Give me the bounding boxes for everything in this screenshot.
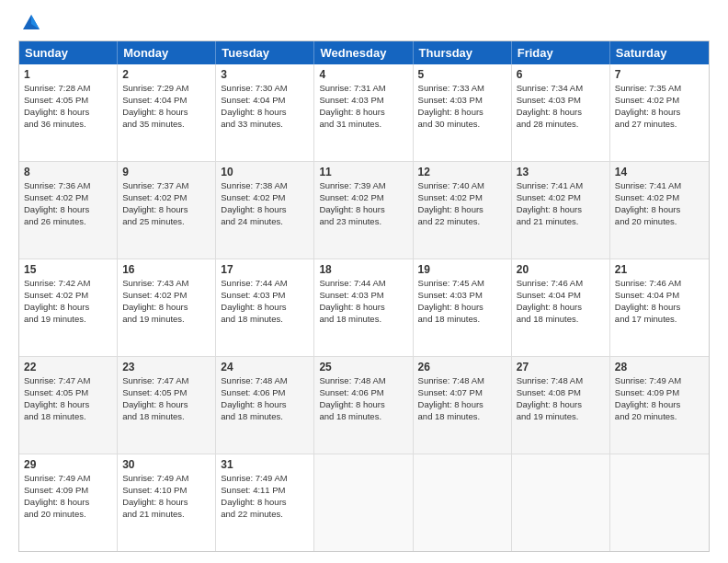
day-info-line: Daylight: 8 hours bbox=[221, 107, 286, 117]
weekday-header: Sunday bbox=[19, 41, 118, 64]
calendar-day: 30Sunrise: 7:49 AMSunset: 4:10 PMDayligh… bbox=[118, 454, 216, 551]
day-info-line: and 19 minutes. bbox=[24, 314, 86, 324]
day-info-line: and 18 minutes. bbox=[221, 314, 283, 324]
day-info-line: Daylight: 8 hours bbox=[221, 399, 286, 409]
day-info-line: Sunrise: 7:33 AM bbox=[418, 83, 484, 93]
day-info-line: and 28 minutes. bbox=[517, 119, 579, 129]
weekday-header: Saturday bbox=[610, 41, 709, 64]
calendar-day: 11Sunrise: 7:39 AMSunset: 4:02 PMDayligh… bbox=[314, 162, 413, 259]
day-info-line: Sunset: 4:07 PM bbox=[418, 387, 483, 397]
calendar-empty bbox=[512, 454, 610, 551]
day-info-line: Sunrise: 7:47 AM bbox=[122, 375, 188, 385]
calendar-day: 18Sunrise: 7:44 AMSunset: 4:03 PMDayligh… bbox=[314, 259, 413, 356]
day-number: 5 bbox=[418, 67, 506, 82]
day-info-line: Sunset: 4:03 PM bbox=[221, 290, 285, 300]
calendar-header: SundayMondayTuesdayWednesdayThursdayFrid… bbox=[19, 41, 709, 64]
day-info-line: Daylight: 8 hours bbox=[615, 107, 680, 117]
day-number: 22 bbox=[24, 360, 112, 374]
calendar-day: 19Sunrise: 7:45 AMSunset: 4:03 PMDayligh… bbox=[414, 259, 512, 356]
calendar-day: 6Sunrise: 7:34 AMSunset: 4:03 PMDaylight… bbox=[512, 64, 610, 161]
day-info-line: and 22 minutes. bbox=[221, 509, 283, 519]
day-info-line: Sunrise: 7:28 AM bbox=[24, 83, 90, 93]
calendar-day: 3Sunrise: 7:30 AMSunset: 4:04 PMDaylight… bbox=[216, 64, 314, 161]
day-number: 16 bbox=[122, 262, 210, 277]
day-info-line: Sunset: 4:02 PM bbox=[24, 290, 88, 300]
day-info-line: Daylight: 8 hours bbox=[517, 302, 582, 312]
day-info-line: Daylight: 8 hours bbox=[221, 302, 286, 312]
day-info-line: Daylight: 8 hours bbox=[221, 204, 286, 214]
day-info-line: and 21 minutes. bbox=[517, 216, 579, 226]
day-info-line: Sunset: 4:06 PM bbox=[319, 387, 383, 397]
day-info-line: Sunset: 4:02 PM bbox=[615, 192, 679, 202]
calendar-day: 31Sunrise: 7:49 AMSunset: 4:11 PMDayligh… bbox=[216, 454, 314, 551]
calendar: SundayMondayTuesdayWednesdayThursdayFrid… bbox=[18, 40, 710, 552]
calendar-week-row: 8Sunrise: 7:36 AMSunset: 4:02 PMDaylight… bbox=[19, 161, 709, 259]
day-info-line: Daylight: 8 hours bbox=[122, 204, 188, 214]
day-info-line: and 24 minutes. bbox=[221, 216, 283, 226]
day-number: 12 bbox=[418, 165, 506, 179]
day-info-line: and 31 minutes. bbox=[319, 119, 381, 129]
logo-icon bbox=[21, 13, 41, 33]
calendar-empty bbox=[314, 454, 413, 551]
day-number: 18 bbox=[319, 262, 407, 277]
calendar-day: 1Sunrise: 7:28 AMSunset: 4:05 PMDaylight… bbox=[19, 64, 118, 161]
page: SundayMondayTuesdayWednesdayThursdayFrid… bbox=[0, 0, 728, 563]
day-info-line: Sunset: 4:04 PM bbox=[221, 95, 285, 105]
calendar-day: 25Sunrise: 7:48 AMSunset: 4:06 PMDayligh… bbox=[314, 357, 413, 454]
calendar-day: 12Sunrise: 7:40 AMSunset: 4:02 PMDayligh… bbox=[414, 162, 512, 259]
day-number: 28 bbox=[615, 360, 704, 374]
day-info-line: Sunrise: 7:49 AM bbox=[221, 473, 287, 483]
day-info-line: Daylight: 8 hours bbox=[615, 204, 680, 214]
calendar-day: 13Sunrise: 7:41 AMSunset: 4:02 PMDayligh… bbox=[512, 162, 610, 259]
day-info-line: Daylight: 8 hours bbox=[24, 399, 89, 409]
day-info-line: Daylight: 8 hours bbox=[24, 204, 89, 214]
day-info-line: Sunrise: 7:42 AM bbox=[24, 278, 90, 288]
calendar-day: 22Sunrise: 7:47 AMSunset: 4:05 PMDayligh… bbox=[19, 357, 118, 454]
day-info-line: and 18 minutes. bbox=[517, 314, 579, 324]
day-info-line: Sunset: 4:05 PM bbox=[24, 387, 88, 397]
day-info-line: and 35 minutes. bbox=[122, 119, 185, 129]
calendar-day: 28Sunrise: 7:49 AMSunset: 4:09 PMDayligh… bbox=[610, 357, 709, 454]
day-number: 19 bbox=[418, 262, 506, 277]
day-info-line: Daylight: 8 hours bbox=[319, 399, 384, 409]
day-number: 23 bbox=[122, 360, 210, 374]
day-number: 27 bbox=[517, 360, 605, 374]
day-info-line: Sunset: 4:02 PM bbox=[319, 192, 383, 202]
weekday-header: Thursday bbox=[414, 41, 512, 64]
weekday-header: Monday bbox=[118, 41, 216, 64]
day-number: 15 bbox=[24, 262, 112, 277]
day-info-line: Sunset: 4:03 PM bbox=[517, 95, 581, 105]
calendar-day: 26Sunrise: 7:48 AMSunset: 4:07 PMDayligh… bbox=[414, 357, 512, 454]
day-info-line: Sunrise: 7:47 AM bbox=[24, 375, 90, 385]
day-info-line: Sunset: 4:04 PM bbox=[615, 290, 679, 300]
day-info-line: and 22 minutes. bbox=[418, 216, 481, 226]
day-number: 2 bbox=[122, 67, 210, 82]
day-number: 30 bbox=[122, 457, 210, 472]
day-info-line: Sunrise: 7:46 AM bbox=[615, 278, 681, 288]
day-info-line: Sunrise: 7:44 AM bbox=[221, 278, 287, 288]
calendar-week-row: 29Sunrise: 7:49 AMSunset: 4:09 PMDayligh… bbox=[19, 454, 709, 551]
day-info-line: Sunrise: 7:49 AM bbox=[24, 473, 90, 483]
day-info-line: Sunset: 4:04 PM bbox=[517, 290, 581, 300]
day-info-line: Daylight: 8 hours bbox=[221, 497, 286, 507]
calendar-day: 23Sunrise: 7:47 AMSunset: 4:05 PMDayligh… bbox=[118, 357, 216, 454]
calendar-day: 4Sunrise: 7:31 AMSunset: 4:03 PMDaylight… bbox=[314, 64, 413, 161]
day-info-line: and 20 minutes. bbox=[615, 216, 677, 226]
day-info-line: and 18 minutes. bbox=[418, 411, 481, 421]
calendar-empty bbox=[414, 454, 512, 551]
day-info-line: Daylight: 8 hours bbox=[319, 107, 384, 117]
logo bbox=[18, 15, 41, 33]
day-info-line: Sunrise: 7:46 AM bbox=[517, 278, 583, 288]
day-info-line: Sunset: 4:10 PM bbox=[122, 485, 187, 495]
day-info-line: and 19 minutes. bbox=[122, 314, 185, 324]
day-info-line: Sunrise: 7:44 AM bbox=[319, 278, 385, 288]
day-number: 6 bbox=[517, 67, 605, 82]
day-info-line: Sunset: 4:02 PM bbox=[517, 192, 581, 202]
calendar-day: 29Sunrise: 7:49 AMSunset: 4:09 PMDayligh… bbox=[19, 454, 118, 551]
day-info-line: and 20 minutes. bbox=[24, 509, 86, 519]
day-info-line: and 18 minutes. bbox=[319, 411, 381, 421]
day-info-line: Sunrise: 7:36 AM bbox=[24, 180, 90, 190]
calendar-day: 20Sunrise: 7:46 AMSunset: 4:04 PMDayligh… bbox=[512, 259, 610, 356]
day-info-line: Sunset: 4:02 PM bbox=[418, 192, 483, 202]
day-info-line: and 20 minutes. bbox=[615, 411, 677, 421]
